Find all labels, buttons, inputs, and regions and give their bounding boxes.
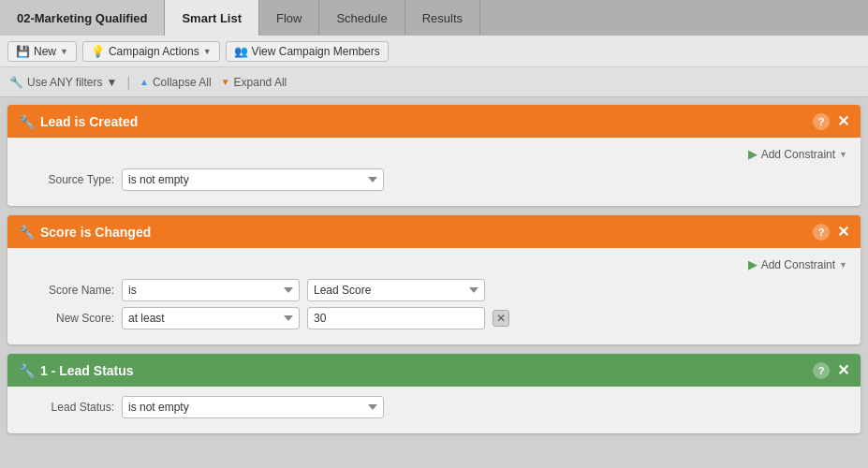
score-changed-header-right: ? ✕ [813,223,849,241]
source-type-select[interactable]: is not empty is empty is is not [122,168,384,191]
score-changed-header-left: 🔧 Score is Changed [19,225,151,240]
campaign-actions-label: Campaign Actions [109,45,199,58]
tab-results-label: Results [422,11,463,25]
score-changed-wrench-icon: 🔧 [19,225,35,240]
view-members-icon: 👥 [234,45,248,58]
score-name-label: Score Name: [21,284,114,297]
collapse-label: Collapse All [153,76,212,89]
any-filters-label: Use ANY filters [27,76,102,89]
lead-created-add-constraint-row: ▶ Add Constraint ▼ [21,147,847,161]
collapse-icon: ▲ [140,77,149,87]
filter-icon: 🔧 [9,76,23,89]
tab-smartlist[interactable]: Smart List [165,0,259,36]
lead-created-body: ▶ Add Constraint ▼ Source Type: is not e… [7,138,861,206]
lead-status-wrench-icon: 🔧 [19,363,35,378]
new-score-remove-button[interactable]: ✕ [493,310,509,327]
lead-created-close-icon[interactable]: ✕ [837,112,849,130]
add-constraint-icon: ▶ [748,147,758,161]
lead-status-select[interactable]: is not empty is empty is is not [122,396,384,418]
filter-bar: 🔧 Use ANY filters ▼ | ▲ Collapse All ▼ E… [0,67,868,97]
view-members-button[interactable]: 👥 View Campaign Members [226,41,389,62]
tab-campaign-label: 02-Marketing Qualified [17,11,147,25]
lead-created-header-left: 🔧 Lead is Created [19,114,138,129]
any-filters-arrow-icon: ▼ [106,76,117,89]
lead-status-label: Lead Status: [21,401,114,414]
campaign-actions-icon: 💡 [91,45,105,58]
tab-flow[interactable]: Flow [259,0,319,36]
campaign-actions-arrow-icon: ▼ [203,47,212,56]
source-type-row: Source Type: is not empty is empty is is… [21,168,847,191]
new-score-input[interactable] [307,307,485,329]
expand-icon: ▼ [221,77,230,87]
tab-bar: 02-Marketing Qualified Smart List Flow S… [0,0,868,36]
collapse-all-button[interactable]: ▲ Collapse All [140,76,212,89]
tab-flow-label: Flow [276,11,302,25]
lead-created-header: 🔧 Lead is Created ? ✕ [7,105,861,138]
score-name-select[interactable]: is is not [122,279,300,301]
score-changed-close-icon[interactable]: ✕ [837,223,849,241]
lead-status-title: 1 - Lead Status [40,363,134,378]
lead-created-header-right: ? ✕ [813,112,849,130]
lead-created-add-constraint-label: Add Constraint [761,148,835,161]
score-changed-add-constraint-row: ▶ Add Constraint ▼ [21,257,847,271]
score-changed-title: Score is Changed [40,225,151,240]
add-constraint-arrow-icon: ▼ [839,150,847,159]
score-changed-add-constraint-label: Add Constraint [761,258,835,271]
score-changed-add-constraint-button[interactable]: ▶ Add Constraint ▼ [748,257,847,271]
score-name-row: Score Name: is is not Lead Score Behavio… [21,279,847,301]
lead-created-wrench-icon: 🔧 [19,114,35,129]
lead-status-row: Lead Status: is not empty is empty is is… [21,396,847,418]
source-type-label: Source Type: [21,173,114,186]
lead-status-header: 🔧 1 - Lead Status ? ✕ [7,354,861,387]
lead-status-block: 🔧 1 - Lead Status ? ✕ Lead Status: is no… [7,354,861,433]
lead-status-header-right: ? ✕ [813,361,849,379]
lead-status-close-icon[interactable]: ✕ [837,361,849,379]
new-label: New [34,45,56,58]
tab-results[interactable]: Results [405,0,480,36]
score-name-value-select[interactable]: Lead Score Behavior Score Demographic Sc… [307,279,485,301]
tab-schedule[interactable]: Schedule [319,0,405,36]
score-changed-block: 🔧 Score is Changed ? ✕ ▶ Add Constraint … [7,215,861,344]
lead-created-title: Lead is Created [40,114,138,129]
lead-created-info-icon[interactable]: ? [813,113,830,130]
tab-smartlist-label: Smart List [182,11,242,25]
lead-status-info-icon[interactable]: ? [813,362,830,379]
any-filters-button[interactable]: 🔧 Use ANY filters ▼ [9,76,117,89]
lead-status-body: Lead Status: is not empty is empty is is… [7,387,861,433]
new-score-operator-select[interactable]: at least at most is between [122,307,300,329]
score-changed-body: ▶ Add Constraint ▼ Score Name: is is not… [7,248,861,344]
new-arrow-icon: ▼ [60,47,68,56]
toolbar: 💾 New ▼ 💡 Campaign Actions ▼ 👥 View Camp… [0,36,868,67]
lead-created-block: 🔧 Lead is Created ? ✕ ▶ Add Constraint ▼… [7,105,861,206]
lead-status-header-left: 🔧 1 - Lead Status [19,363,134,378]
score-add-constraint-arrow-icon: ▼ [839,260,847,270]
new-button[interactable]: 💾 New ▼ [7,41,77,62]
new-score-row: New Score: at least at most is between ✕ [21,307,847,329]
main-content: 🔧 Lead is Created ? ✕ ▶ Add Constraint ▼… [0,97,868,468]
lead-created-add-constraint-button[interactable]: ▶ Add Constraint ▼ [748,147,847,161]
score-changed-info-icon[interactable]: ? [813,224,830,241]
filter-separator: | [126,75,130,90]
new-icon: 💾 [16,45,30,58]
view-members-label: View Campaign Members [252,45,380,58]
score-changed-header: 🔧 Score is Changed ? ✕ [7,215,861,248]
tab-schedule-label: Schedule [336,11,387,25]
new-score-label: New Score: [21,312,114,325]
score-add-constraint-icon: ▶ [748,257,758,271]
expand-all-button[interactable]: ▼ Expand All [221,76,287,89]
expand-label: Expand All [234,76,287,89]
campaign-actions-button[interactable]: 💡 Campaign Actions ▼ [82,41,220,62]
tab-campaign[interactable]: 02-Marketing Qualified [0,0,165,36]
